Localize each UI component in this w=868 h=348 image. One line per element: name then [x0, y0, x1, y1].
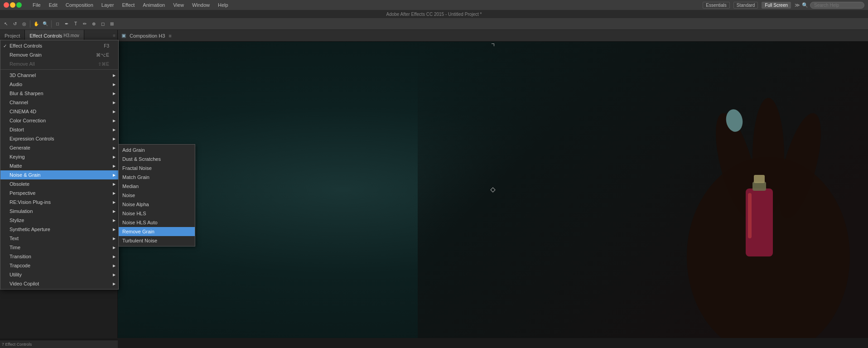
submenu-noise-hls[interactable]: Noise HLS [119, 209, 195, 218]
tool-pan[interactable]: ✋ [32, 20, 40, 28]
submenu-noise-alpha[interactable]: Noise Alpha [119, 200, 195, 209]
tools-toolbar: ↖ ↺ ◎ ✋ 🔍 □ ✒ T ✏ ⊕ ◻ ⊞ [0, 18, 868, 30]
menu-item-remove-grain[interactable]: Remove Grain ⌘⌥E [0, 50, 118, 59]
menu-item-revision-plugins[interactable]: RE:Vision Plug-ins [0, 198, 118, 207]
tool-eraser[interactable]: ◻ [99, 20, 107, 28]
menu-item-effect-controls[interactable]: Effect Controls F3 [0, 41, 118, 50]
shortcut-remove-all: ⇧⌘E [98, 62, 109, 67]
comp-canvas[interactable] [118, 42, 868, 338]
menu-label: Remove All [10, 61, 35, 67]
menu-effect[interactable]: Effect [118, 1, 138, 9]
menu-item-generate[interactable]: Generate [0, 143, 118, 152]
search-icon: 🔍 [802, 2, 808, 8]
hand-silhouette [655, 75, 868, 338]
menu-item-simulation[interactable]: Simulation [0, 207, 118, 216]
menu-item-expression-controls[interactable]: Expression Controls [0, 134, 118, 143]
menu-item-keying[interactable]: Keying [0, 152, 118, 161]
separator1 [0, 69, 118, 70]
menu-item-cinema4d[interactable]: CINEMA 4D [0, 107, 118, 116]
submenu-remove-grain[interactable]: Remove Grain [119, 227, 195, 236]
menu-item-obsolete[interactable]: Obsolete [0, 179, 118, 188]
tool-puppet[interactable]: ⊞ [108, 20, 116, 28]
submenu-dust-scratches[interactable]: Dust & Scratches [119, 155, 195, 164]
tool-selection[interactable]: ↖ [2, 20, 10, 28]
svg-rect-6 [754, 175, 765, 183]
submenu-median[interactable]: Median [119, 182, 195, 191]
menu-item-blur-sharpen[interactable]: Blur & Sharpen [0, 89, 118, 98]
menu-item-3d-channel[interactable]: 3D Channel [0, 71, 118, 80]
menu-item-trapcode[interactable]: Trapcode [0, 261, 118, 270]
workspace-standard[interactable]: Standard [733, 2, 758, 9]
tool-rect[interactable]: □ [53, 20, 62, 28]
menu-help[interactable]: Help [214, 1, 232, 9]
bottom-tab-bar: 7 Effect Controls [0, 340, 118, 348]
minimize-button[interactable] [10, 2, 15, 8]
submenu-turbulent-noise[interactable]: Turbulent Noise [119, 236, 195, 245]
separator [30, 20, 30, 28]
menu-file[interactable]: File [29, 1, 44, 9]
submenu-noise-hls-auto[interactable]: Noise HLS Auto [119, 218, 195, 227]
menu-item-synthetic-aperture[interactable]: Synthetic Aperture [0, 225, 118, 234]
search-input[interactable] [810, 2, 864, 9]
submenu-fractal-noise[interactable]: Fractal Noise [119, 164, 195, 173]
menu-item-text[interactable]: Text [0, 234, 118, 243]
menu-layer[interactable]: Layer [98, 1, 118, 9]
separator2 [51, 20, 52, 28]
menu-item-stylize[interactable]: Stylize [0, 216, 118, 225]
expand-icon[interactable]: ≫ [795, 2, 800, 8]
scene-hands [418, 42, 868, 338]
right-header-area: Essentials Standard Full Screen ≫ 🔍 [703, 2, 864, 9]
menu-animation[interactable]: Animation [139, 1, 169, 9]
submenu-noise[interactable]: Noise [119, 191, 195, 200]
menu-item-remove-all: Remove All ⇧⌘E [0, 59, 118, 68]
shortcut-remove-grain: ⌘⌥E [96, 53, 109, 58]
menu-overlay: Effect Controls F3 Remove Grain ⌘⌥E Remo… [0, 40, 119, 290]
panel-close[interactable]: ≡ [111, 33, 117, 38]
tool-text[interactable]: T [72, 20, 80, 28]
svg-rect-7 [748, 193, 752, 238]
tool-camera[interactable]: ◎ [20, 20, 28, 28]
app-title: Adobe After Effects CC 2015 - Untitled P… [386, 12, 482, 17]
tool-pen[interactable]: ✒ [63, 20, 71, 28]
shortcut-f3: F3 [104, 44, 109, 48]
menu-composition[interactable]: Composition [62, 1, 97, 9]
tool-clone[interactable]: ⊕ [90, 20, 98, 28]
menu-item-color-correction[interactable]: Color Correction [0, 116, 118, 125]
submenu-add-grain[interactable]: Add Grain [119, 145, 195, 155]
menu-item-perspective[interactable]: Perspective [0, 188, 118, 198]
menu-edit[interactable]: Edit [45, 1, 61, 9]
comp-header: ▣ Composition H3 ≡ [118, 30, 868, 42]
comp-menu-icon[interactable]: ≡ [169, 33, 171, 39]
tool-brush[interactable]: ✏ [81, 20, 89, 28]
tool-zoom[interactable]: 🔍 [41, 20, 49, 28]
menu-item-video-copilot[interactable]: Video Copilot [0, 279, 118, 288]
top-border-marker [492, 44, 494, 46]
menu-view[interactable]: View [169, 1, 188, 9]
menu-item-noise-grain[interactable]: Noise & Grain [0, 170, 118, 179]
menu-item-distort[interactable]: Distort [0, 125, 118, 134]
bottom-tab-label: 7 Effect Controls [2, 342, 32, 347]
main-effect-menu: Effect Controls F3 Remove Grain ⌘⌥E Remo… [0, 40, 119, 290]
maximize-button[interactable] [16, 2, 22, 8]
menu-item-utility[interactable]: Utility [0, 270, 118, 279]
menu-item-transition[interactable]: Transition [0, 252, 118, 261]
comp-area: ▣ Composition H3 ≡ [118, 30, 868, 338]
menu-item-time[interactable]: Time [0, 243, 118, 252]
submenu-match-grain[interactable]: Match Grain [119, 173, 195, 182]
menu-item-matte[interactable]: Matte [0, 161, 118, 170]
tool-rotation[interactable]: ↺ [11, 20, 19, 28]
close-button[interactable] [4, 2, 9, 8]
menu-item-channel[interactable]: Channel [0, 98, 118, 107]
noise-grain-submenu: Add Grain Dust & Scratches Fractal Noise… [118, 144, 195, 246]
title-bar: Adobe After Effects CC 2015 - Untitled P… [0, 10, 868, 18]
comp-header-label: Composition H3 [130, 33, 165, 39]
comp-icon: ▣ [121, 33, 126, 39]
menu-window[interactable]: Window [188, 1, 213, 9]
menu-item-audio[interactable]: Audio [0, 80, 118, 89]
menu-label: Effect Controls [10, 43, 42, 48]
menu-label: Remove Grain [10, 52, 42, 58]
workspace-essentials[interactable]: Essentials [703, 2, 730, 9]
global-header: File Edit Composition Layer Effect Anima… [0, 0, 868, 10]
workspace-fullscreen[interactable]: Full Screen [762, 2, 791, 9]
